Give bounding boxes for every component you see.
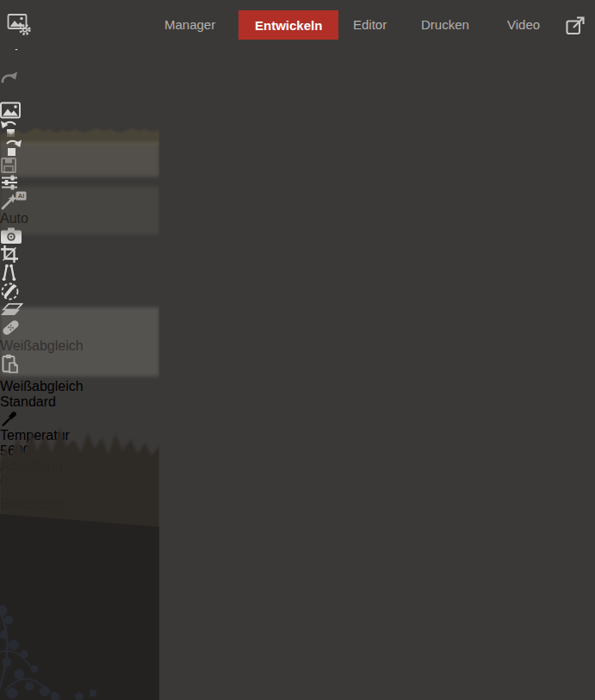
zoner-photo-studio-window: Manager Entwickeln Editor Drucken Video [0,0,595,700]
photo-preview[interactable] [0,49,159,700]
tab-editor[interactable]: Editor [353,0,387,49]
tab-drucken[interactable]: Drucken [421,0,469,49]
top-bar: Manager Entwickeln Editor Drucken Video [0,0,595,49]
tab-manager[interactable]: Manager [164,0,215,49]
redo-icon[interactable] [0,69,595,86]
tab-video[interactable]: Video [507,0,540,49]
export-icon[interactable] [565,15,586,36]
save-icon[interactable] [0,157,595,174]
app-settings-icon[interactable] [7,13,33,37]
tab-entwickeln[interactable]: Entwickeln [239,10,338,40]
